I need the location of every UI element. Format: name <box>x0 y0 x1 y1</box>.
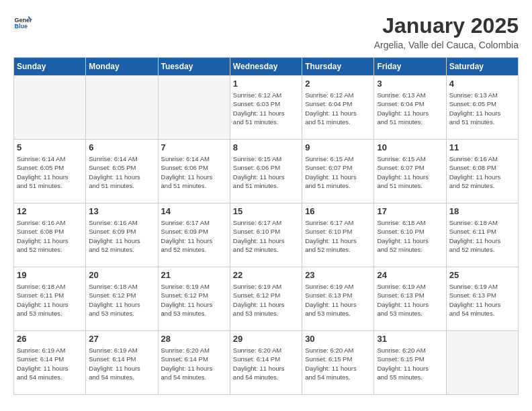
day-info: Sunrise: 6:13 AM Sunset: 6:05 PM Dayligh… <box>449 91 515 126</box>
day-info: Sunrise: 6:20 AM Sunset: 6:15 PM Dayligh… <box>377 346 443 381</box>
day-info: Sunrise: 6:15 AM Sunset: 6:07 PM Dayligh… <box>377 154 443 190</box>
calendar-cell: 11Sunrise: 6:16 AM Sunset: 6:08 PM Dayli… <box>446 140 518 203</box>
header-sunday: Sunday <box>14 58 86 76</box>
day-number: 31 <box>377 334 443 344</box>
calendar-cell <box>446 331 518 395</box>
page-header: General Blue January 2025 Argelia, Valle… <box>13 13 519 50</box>
calendar-cell: 25Sunrise: 6:19 AM Sunset: 6:13 PM Dayli… <box>446 267 518 331</box>
calendar-cell: 22Sunrise: 6:19 AM Sunset: 6:12 PM Dayli… <box>230 267 302 331</box>
day-info: Sunrise: 6:19 AM Sunset: 6:13 PM Dayligh… <box>449 282 515 318</box>
calendar-cell <box>86 76 158 140</box>
calendar-cell: 19Sunrise: 6:18 AM Sunset: 6:11 PM Dayli… <box>14 267 86 331</box>
calendar-cell: 23Sunrise: 6:19 AM Sunset: 6:13 PM Dayli… <box>302 267 374 331</box>
calendar-cell: 14Sunrise: 6:17 AM Sunset: 6:09 PM Dayli… <box>158 203 230 267</box>
calendar-cell: 27Sunrise: 6:19 AM Sunset: 6:14 PM Dayli… <box>86 331 158 395</box>
day-number: 15 <box>233 206 299 216</box>
calendar-cell: 2Sunrise: 6:12 AM Sunset: 6:04 PM Daylig… <box>302 76 374 140</box>
calendar-cell: 26Sunrise: 6:19 AM Sunset: 6:14 PM Dayli… <box>14 331 86 395</box>
calendar-cell: 20Sunrise: 6:18 AM Sunset: 6:12 PM Dayli… <box>86 267 158 331</box>
calendar-cell: 12Sunrise: 6:16 AM Sunset: 6:08 PM Dayli… <box>14 203 86 267</box>
day-info: Sunrise: 6:16 AM Sunset: 6:09 PM Dayligh… <box>89 218 154 254</box>
calendar-cell: 24Sunrise: 6:19 AM Sunset: 6:13 PM Dayli… <box>374 267 446 331</box>
day-info: Sunrise: 6:19 AM Sunset: 6:14 PM Dayligh… <box>17 346 83 381</box>
day-number: 19 <box>17 270 83 280</box>
day-number: 9 <box>305 142 371 152</box>
day-info: Sunrise: 6:17 AM Sunset: 6:09 PM Dayligh… <box>161 218 227 254</box>
day-info: Sunrise: 6:14 AM Sunset: 6:06 PM Dayligh… <box>161 154 227 190</box>
day-info: Sunrise: 6:14 AM Sunset: 6:05 PM Dayligh… <box>89 154 154 190</box>
header-saturday: Saturday <box>446 58 518 76</box>
day-number: 18 <box>449 206 515 216</box>
day-info: Sunrise: 6:19 AM Sunset: 6:12 PM Dayligh… <box>233 282 299 318</box>
day-info: Sunrise: 6:18 AM Sunset: 6:11 PM Dayligh… <box>17 282 83 318</box>
calendar-week-row: 1Sunrise: 6:12 AM Sunset: 6:03 PM Daylig… <box>14 76 519 140</box>
day-number: 29 <box>233 334 299 344</box>
day-info: Sunrise: 6:14 AM Sunset: 6:05 PM Dayligh… <box>17 154 83 190</box>
day-number: 14 <box>161 206 227 216</box>
day-number: 17 <box>377 206 443 216</box>
header-friday: Friday <box>374 58 446 76</box>
calendar-cell: 18Sunrise: 6:18 AM Sunset: 6:11 PM Dayli… <box>446 203 518 267</box>
day-number: 10 <box>377 142 443 152</box>
day-number: 12 <box>17 206 83 216</box>
day-number: 4 <box>449 79 515 89</box>
calendar-week-row: 26Sunrise: 6:19 AM Sunset: 6:14 PM Dayli… <box>14 331 519 395</box>
calendar-cell: 28Sunrise: 6:20 AM Sunset: 6:14 PM Dayli… <box>158 331 230 395</box>
day-info: Sunrise: 6:20 AM Sunset: 6:14 PM Dayligh… <box>233 346 299 381</box>
svg-text:Blue: Blue <box>14 23 28 30</box>
day-number: 27 <box>89 334 154 344</box>
calendar-cell: 30Sunrise: 6:20 AM Sunset: 6:15 PM Dayli… <box>302 331 374 395</box>
day-number: 25 <box>449 270 515 280</box>
header-tuesday: Tuesday <box>158 58 230 76</box>
calendar-cell: 9Sunrise: 6:15 AM Sunset: 6:07 PM Daylig… <box>302 140 374 203</box>
day-info: Sunrise: 6:12 AM Sunset: 6:04 PM Dayligh… <box>305 91 371 126</box>
day-number: 8 <box>233 142 299 152</box>
day-info: Sunrise: 6:19 AM Sunset: 6:13 PM Dayligh… <box>377 282 443 318</box>
day-number: 23 <box>305 270 371 280</box>
day-number: 22 <box>233 270 299 280</box>
calendar-cell: 15Sunrise: 6:17 AM Sunset: 6:10 PM Dayli… <box>230 203 302 267</box>
day-info: Sunrise: 6:17 AM Sunset: 6:10 PM Dayligh… <box>233 218 299 254</box>
day-info: Sunrise: 6:15 AM Sunset: 6:07 PM Dayligh… <box>305 154 371 190</box>
calendar-table: Sunday Monday Tuesday Wednesday Thursday… <box>13 57 519 395</box>
calendar-cell: 10Sunrise: 6:15 AM Sunset: 6:07 PM Dayli… <box>374 140 446 203</box>
calendar-title: January 2025 <box>374 13 519 38</box>
day-info: Sunrise: 6:16 AM Sunset: 6:08 PM Dayligh… <box>17 218 83 254</box>
calendar-cell: 13Sunrise: 6:16 AM Sunset: 6:09 PM Dayli… <box>86 203 158 267</box>
day-number: 11 <box>449 142 515 152</box>
day-info: Sunrise: 6:15 AM Sunset: 6:06 PM Dayligh… <box>233 154 299 190</box>
day-number: 6 <box>89 142 154 152</box>
calendar-body: 1Sunrise: 6:12 AM Sunset: 6:03 PM Daylig… <box>14 76 519 395</box>
day-number: 5 <box>17 142 83 152</box>
day-number: 21 <box>161 270 227 280</box>
day-number: 28 <box>161 334 227 344</box>
day-number: 24 <box>377 270 443 280</box>
day-info: Sunrise: 6:18 AM Sunset: 6:12 PM Dayligh… <box>89 282 154 318</box>
calendar-cell: 31Sunrise: 6:20 AM Sunset: 6:15 PM Dayli… <box>374 331 446 395</box>
day-info: Sunrise: 6:13 AM Sunset: 6:04 PM Dayligh… <box>377 91 443 126</box>
calendar-cell: 6Sunrise: 6:14 AM Sunset: 6:05 PM Daylig… <box>86 140 158 203</box>
day-info: Sunrise: 6:19 AM Sunset: 6:13 PM Dayligh… <box>305 282 371 318</box>
day-number: 7 <box>161 142 227 152</box>
calendar-cell: 21Sunrise: 6:19 AM Sunset: 6:12 PM Dayli… <box>158 267 230 331</box>
calendar-subtitle: Argelia, Valle del Cauca, Colombia <box>374 40 519 50</box>
calendar-cell: 8Sunrise: 6:15 AM Sunset: 6:06 PM Daylig… <box>230 140 302 203</box>
title-area: January 2025 Argelia, Valle del Cauca, C… <box>374 13 519 50</box>
day-info: Sunrise: 6:18 AM Sunset: 6:11 PM Dayligh… <box>449 218 515 254</box>
day-info: Sunrise: 6:20 AM Sunset: 6:15 PM Dayligh… <box>305 346 371 381</box>
header-thursday: Thursday <box>302 58 374 76</box>
calendar-week-row: 12Sunrise: 6:16 AM Sunset: 6:08 PM Dayli… <box>14 203 519 267</box>
calendar-cell <box>158 76 230 140</box>
day-number: 2 <box>305 79 371 89</box>
day-info: Sunrise: 6:16 AM Sunset: 6:08 PM Dayligh… <box>449 154 515 190</box>
weekday-header-row: Sunday Monday Tuesday Wednesday Thursday… <box>14 58 519 76</box>
day-number: 3 <box>377 79 443 89</box>
calendar-cell: 16Sunrise: 6:17 AM Sunset: 6:10 PM Dayli… <box>302 203 374 267</box>
day-info: Sunrise: 6:19 AM Sunset: 6:14 PM Dayligh… <box>89 346 154 381</box>
calendar-cell: 4Sunrise: 6:13 AM Sunset: 6:05 PM Daylig… <box>446 76 518 140</box>
day-number: 30 <box>305 334 371 344</box>
day-number: 13 <box>89 206 154 216</box>
day-info: Sunrise: 6:17 AM Sunset: 6:10 PM Dayligh… <box>305 218 371 254</box>
header-wednesday: Wednesday <box>230 58 302 76</box>
logo-icon: General Blue <box>13 13 32 32</box>
